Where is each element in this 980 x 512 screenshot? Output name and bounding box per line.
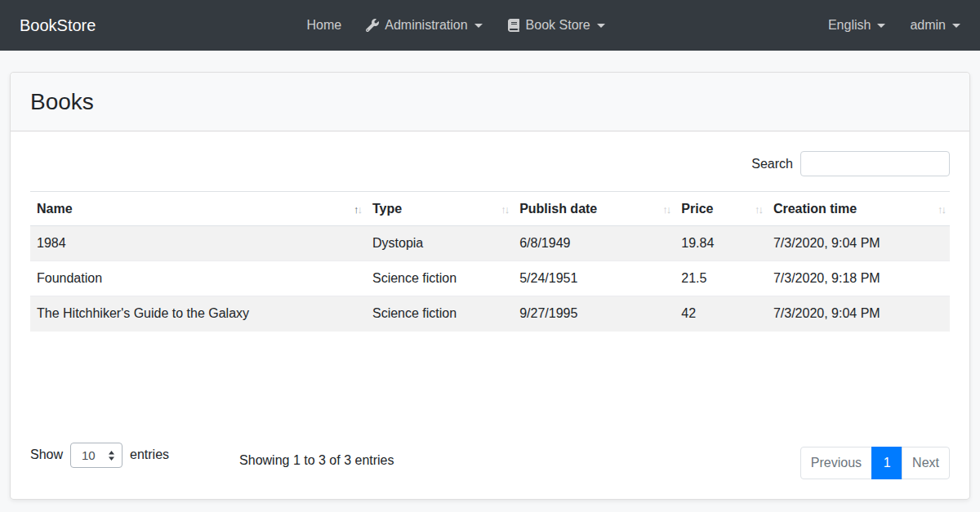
entries-label: entries: [130, 447, 169, 462]
cell-creation-time: 7/3/2020, 9:04 PM: [767, 226, 950, 261]
nav-item-administration[interactable]: Administration: [354, 18, 494, 33]
column-header-name[interactable]: Name ↑↓: [30, 192, 366, 226]
page-length-control: Show 10 entries: [30, 443, 169, 468]
column-label: Publish date: [519, 202, 597, 216]
table-row[interactable]: Foundation Science fiction 5/24/1951 21.…: [30, 261, 950, 296]
page-1-button[interactable]: 1: [871, 447, 902, 479]
sort-icon: ↑↓: [755, 203, 762, 215]
column-label: Name: [37, 202, 73, 216]
chevron-down-icon: [952, 24, 960, 28]
nav-item-home[interactable]: Home: [295, 18, 354, 33]
card-body: Search Name ↑↓ Type ↑↓: [11, 131, 969, 499]
cell-type: Dystopia: [366, 226, 513, 261]
nav-item-book-store[interactable]: Book Store: [495, 18, 617, 33]
language-label: English: [828, 18, 871, 33]
sort-icon: ↑↓: [938, 203, 945, 215]
next-button[interactable]: Next: [902, 447, 950, 479]
search-label: Search: [751, 157, 793, 171]
column-label: Creation time: [773, 202, 857, 216]
books-table: Name ↑↓ Type ↑↓ Publish date ↑↓ Price: [30, 191, 950, 332]
pagination: Previous 1 Next: [800, 447, 950, 479]
cell-price: 21.5: [675, 261, 767, 296]
pagination-previous[interactable]: Previous: [800, 447, 872, 479]
page: BookStore Home Administration Book Store: [0, 0, 980, 512]
cell-type: Science fiction: [366, 261, 513, 296]
previous-button[interactable]: Previous: [800, 447, 872, 479]
chevron-down-icon: [597, 24, 605, 28]
cell-creation-time: 7/3/2020, 9:04 PM: [767, 296, 950, 332]
user-menu[interactable]: admin: [898, 18, 960, 33]
nav-home-label: Home: [307, 18, 342, 33]
sort-icon: ↑↓: [662, 203, 670, 215]
chevron-down-icon: [877, 24, 885, 28]
cell-publish-date: 9/27/1995: [513, 296, 675, 332]
show-label: Show: [30, 447, 63, 462]
table-footer: Show 10 entries Showing 1 to 3 of 3 entr…: [30, 443, 950, 479]
cell-price: 19.84: [675, 226, 767, 261]
page-size-select-wrap: 10: [70, 443, 122, 468]
brand-link[interactable]: BookStore: [20, 16, 96, 35]
column-header-publish-date[interactable]: Publish date ↑↓: [513, 192, 675, 226]
pagination-next[interactable]: Next: [902, 447, 950, 479]
table-header-row: Name ↑↓ Type ↑↓ Publish date ↑↓ Price: [30, 192, 950, 226]
cell-name: 1984: [30, 226, 366, 261]
cell-publish-date: 5/24/1951: [513, 261, 675, 296]
table-row[interactable]: 1984 Dystopia 6/8/1949 19.84 7/3/2020, 9…: [30, 226, 950, 261]
cell-price: 42: [675, 296, 767, 332]
search-row: Search: [30, 151, 950, 176]
page-title: Books: [30, 89, 94, 115]
cell-creation-time: 7/3/2020, 9:18 PM: [767, 261, 950, 296]
cell-name: The Hitchhiker's Guide to the Galaxy: [30, 296, 366, 332]
column-label: Type: [372, 202, 402, 216]
cell-name: Foundation: [30, 261, 366, 296]
book-icon: [507, 19, 520, 32]
nav-book-store-label: Book Store: [526, 18, 590, 33]
cell-publish-date: 6/8/1949: [513, 226, 675, 261]
sort-icon: ↑↓: [354, 203, 361, 215]
page-size-select[interactable]: 10: [70, 443, 122, 468]
cell-type: Science fiction: [366, 296, 513, 332]
language-menu[interactable]: English: [816, 18, 898, 33]
user-label: admin: [910, 18, 946, 33]
column-header-price[interactable]: Price ↑↓: [675, 192, 767, 226]
wrench-icon: [366, 19, 379, 32]
chevron-down-icon: [474, 24, 483, 28]
spacer: [30, 332, 950, 443]
column-label: Price: [681, 202, 713, 216]
search-input[interactable]: [800, 151, 950, 176]
navbar-right: English admin: [816, 18, 960, 33]
pagination-page-1[interactable]: 1: [872, 447, 902, 479]
table-info: Showing 1 to 3 of 3 entries: [239, 453, 394, 468]
nav-administration-label: Administration: [385, 18, 467, 33]
card-header: Books: [11, 73, 969, 131]
books-card: Books Search Name ↑↓ Type: [10, 72, 970, 500]
sort-icon: ↑↓: [501, 203, 508, 215]
column-header-creation-time[interactable]: Creation time ↑↓: [767, 192, 950, 226]
top-navbar: BookStore Home Administration Book Store: [0, 0, 980, 51]
table-row[interactable]: The Hitchhiker's Guide to the Galaxy Sci…: [30, 296, 950, 332]
main-menu: Home Administration Book Store: [295, 18, 617, 33]
column-header-type[interactable]: Type ↑↓: [366, 192, 513, 226]
